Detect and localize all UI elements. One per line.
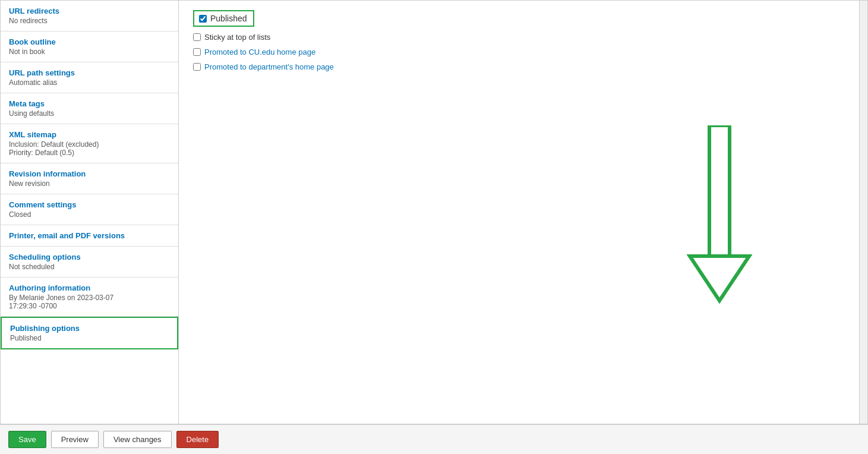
sidebar-item-title-xml-sitemap: XML sitemap bbox=[9, 130, 170, 139]
sidebar-item-url-path-settings[interactable]: URL path settingsAutomatic alias bbox=[1, 62, 178, 93]
checkbox-published[interactable] bbox=[199, 15, 207, 23]
sidebar-item-title-printer-email-pdf: Printer, email and PDF versions bbox=[9, 231, 170, 240]
sidebar-item-title-authoring-information: Authoring information bbox=[9, 283, 170, 292]
view-changes-button[interactable]: View changes bbox=[103, 431, 172, 448]
sidebar-item-subtitle-meta-tags: Using defaults bbox=[9, 109, 170, 118]
checkbox-promoted-cu[interactable] bbox=[193, 48, 201, 56]
checkbox-row-published: Published bbox=[193, 10, 845, 27]
save-button[interactable]: Save bbox=[8, 431, 46, 448]
sidebar-item-subtitle-book-outline: Not in book bbox=[9, 48, 170, 56]
sidebar-item-subtitle-xml-sitemap: Inclusion: Default (excluded) Priority: … bbox=[9, 140, 170, 157]
delete-button[interactable]: Delete bbox=[176, 431, 219, 448]
sidebar-item-title-scheduling-options: Scheduling options bbox=[9, 253, 170, 261]
sidebar-item-title-meta-tags: Meta tags bbox=[9, 99, 170, 108]
sidebar-item-subtitle-publishing-options: Published bbox=[10, 334, 169, 342]
scrollbar[interactable] bbox=[859, 1, 867, 424]
sidebar-item-comment-settings[interactable]: Comment settingsClosed bbox=[1, 194, 178, 225]
sidebar-item-revision-information[interactable]: Revision informationNew revision bbox=[1, 163, 178, 194]
sidebar-item-title-revision-information: Revision information bbox=[9, 169, 170, 178]
sidebar-item-subtitle-scheduling-options: Not scheduled bbox=[9, 263, 170, 271]
sidebar-item-subtitle-url-path-settings: Automatic alias bbox=[9, 78, 170, 87]
green-arrow-indicator bbox=[687, 125, 752, 305]
sidebar-item-subtitle-comment-settings: Closed bbox=[9, 210, 170, 219]
checkbox-sticky[interactable] bbox=[193, 33, 201, 41]
checkbox-row-sticky: Sticky at top of lists bbox=[193, 33, 845, 42]
sidebar-item-printer-email-pdf[interactable]: Printer, email and PDF versions bbox=[1, 225, 178, 247]
sidebar-item-book-outline[interactable]: Book outlineNot in book bbox=[1, 31, 178, 62]
svg-marker-1 bbox=[690, 256, 749, 301]
sidebar-item-scheduling-options[interactable]: Scheduling optionsNot scheduled bbox=[1, 247, 178, 278]
preview-button[interactable]: Preview bbox=[51, 431, 99, 448]
checkbox-label-published: Published bbox=[210, 14, 247, 23]
main-content: PublishedSticky at top of listsPromoted … bbox=[179, 1, 859, 424]
sidebar-item-title-url-path-settings: URL path settings bbox=[9, 68, 170, 77]
sidebar-item-meta-tags[interactable]: Meta tagsUsing defaults bbox=[1, 93, 178, 124]
sidebar-item-title-comment-settings: Comment settings bbox=[9, 200, 170, 209]
sidebar-item-xml-sitemap[interactable]: XML sitemapInclusion: Default (excluded)… bbox=[1, 124, 178, 163]
svg-rect-0 bbox=[709, 125, 730, 256]
sidebar: URL redirectsNo redirectsBook outlineNot… bbox=[1, 1, 179, 424]
checkbox-row-promoted-cu: Promoted to CU.edu home page bbox=[193, 48, 845, 56]
sidebar-item-subtitle-authoring-information: By Melanie Jones on 2023-03-07 17:29:30 … bbox=[9, 294, 170, 310]
checkbox-label-sticky: Sticky at top of lists bbox=[204, 33, 270, 42]
checkbox-promoted-dept[interactable] bbox=[193, 63, 201, 71]
checkbox-row-promoted-dept: Promoted to department's home page bbox=[193, 62, 845, 71]
checkbox-label-promoted-cu: Promoted to CU.edu home page bbox=[204, 48, 315, 56]
sidebar-item-publishing-options[interactable]: Publishing optionsPublished bbox=[1, 317, 178, 349]
sidebar-item-title-book-outline: Book outline bbox=[9, 37, 170, 46]
sidebar-item-authoring-information[interactable]: Authoring informationBy Melanie Jones on… bbox=[1, 278, 178, 317]
sidebar-item-title-url-redirects: URL redirects bbox=[9, 7, 170, 15]
footer-toolbar: Save Preview View changes Delete bbox=[0, 424, 868, 454]
published-checkbox-wrapper: Published bbox=[193, 10, 254, 27]
sidebar-item-url-redirects[interactable]: URL redirectsNo redirects bbox=[1, 1, 178, 31]
checkbox-label-promoted-dept: Promoted to department's home page bbox=[204, 62, 334, 71]
sidebar-item-subtitle-url-redirects: No redirects bbox=[9, 17, 170, 25]
sidebar-item-title-publishing-options: Publishing options bbox=[10, 324, 169, 333]
sidebar-item-subtitle-revision-information: New revision bbox=[9, 179, 170, 188]
